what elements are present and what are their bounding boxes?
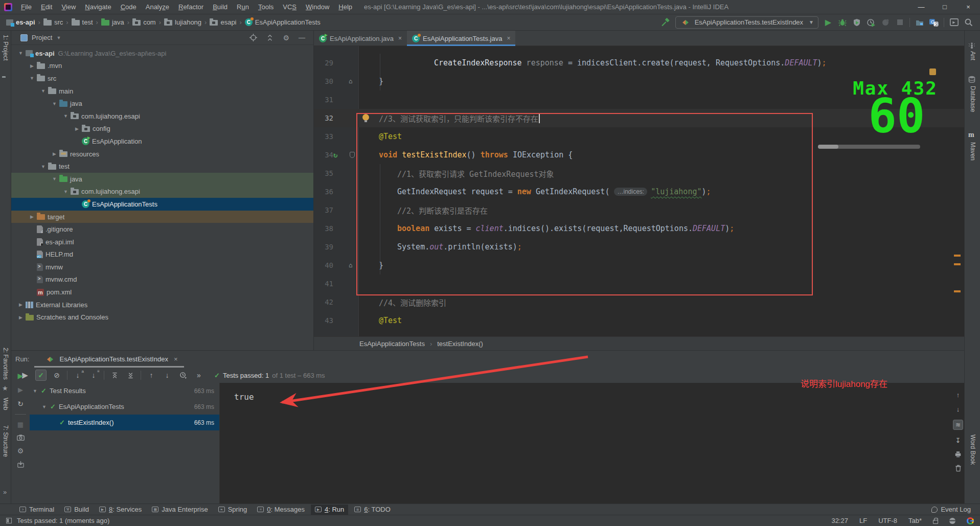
breadcrumb-item[interactable]: es-api xyxy=(5,18,36,26)
test-history-button[interactable] xyxy=(177,370,189,381)
translate-icon[interactable]: G文 xyxy=(929,18,939,27)
tool-button-terminal[interactable]: >Terminal xyxy=(15,505,58,515)
menu-build[interactable]: Build xyxy=(208,3,232,11)
debug-button[interactable] xyxy=(838,18,847,27)
clear-console-icon[interactable] xyxy=(955,465,962,472)
maximize-button[interactable]: □ xyxy=(933,0,956,14)
tree-toggle-arrow[interactable]: ▶ xyxy=(72,126,82,131)
menu-navigate[interactable]: Navigate xyxy=(80,3,116,11)
tree-item-main[interactable]: ▼main xyxy=(11,85,313,98)
menu-window[interactable]: Window xyxy=(301,3,334,11)
soft-wrap-toggle[interactable]: ≋ xyxy=(953,420,963,430)
tool-button-4-run[interactable]: ▶4: Run xyxy=(311,505,348,515)
expand-all-button[interactable] xyxy=(109,370,120,381)
tree-item-java[interactable]: ▼java xyxy=(11,173,313,186)
breadcrumb-item[interactable]: src xyxy=(42,18,64,26)
tree-item-scratches-and-consoles[interactable]: ▶Scratches and Consoles xyxy=(11,311,313,324)
changes-folder-icon[interactable] xyxy=(915,18,924,27)
tool-button-structure[interactable]: 7: Structure xyxy=(2,425,9,459)
tree-toggle-arrow[interactable]: ▼ xyxy=(61,189,71,194)
code-line-36[interactable]: 36GetIndexRequest request = new GetIndex… xyxy=(314,182,964,201)
tool-button-favorites[interactable]: 2: Favorites xyxy=(2,348,9,381)
rerun-button[interactable]: ▶ xyxy=(18,372,24,380)
tree-item-external-libraries[interactable]: ▶External Libraries xyxy=(11,299,313,311)
run-console[interactable]: true 说明索引lujiahong存在 xyxy=(219,383,952,504)
ignore-tests-toggle[interactable]: ⊘ xyxy=(51,370,62,381)
menu-code[interactable]: Code xyxy=(116,3,141,11)
highlighting-level-icon[interactable] xyxy=(949,518,955,524)
tree-toggle-arrow[interactable]: ▶ xyxy=(16,302,26,307)
tree-toggle-arrow[interactable]: ▼ xyxy=(50,101,59,106)
chevron-down-icon[interactable]: ▼ xyxy=(56,35,61,40)
tool-button-ant[interactable]: Ant xyxy=(965,51,976,62)
event-log-button[interactable]: Event Log xyxy=(931,506,971,513)
tree-item--mvn[interactable]: ▶.mvn xyxy=(11,60,313,73)
tool-button-0-messages[interactable]: ≡0: Messages xyxy=(253,505,309,515)
tree-item-test[interactable]: ▼test xyxy=(11,160,313,173)
search-everywhere-icon[interactable] xyxy=(964,18,973,27)
tree-toggle-arrow[interactable]: ▼ xyxy=(16,51,26,56)
run-anything-icon[interactable] xyxy=(949,18,959,27)
tree-item-es-api[interactable]: ▼es-apiG:\Learning Java\G_es\es-api\es-a… xyxy=(11,47,313,60)
tool-button-project[interactable]: 1: Project xyxy=(2,35,9,62)
tool-button-database[interactable]: Database xyxy=(965,86,976,113)
more-tool-windows-button[interactable]: » xyxy=(3,488,7,496)
tree-toggle-arrow[interactable]: ▼ xyxy=(61,113,71,119)
tree-item-resources[interactable]: ▶resources xyxy=(11,148,313,161)
editor-breadcrumb-item[interactable]: testExistIndex() xyxy=(437,340,483,348)
scroll-to-end-button[interactable]: ↧ xyxy=(955,437,961,444)
code-line-29[interactable]: 29CreateIndexResponse response = indices… xyxy=(314,54,964,72)
tree-item-com-lujiahong-esapi[interactable]: ▼com.lujiahong.esapi xyxy=(11,186,313,198)
tree-item-esapiapplicationtests[interactable]: EsApiApplicationTests xyxy=(11,198,313,211)
tool-button-java-enterprise[interactable]: ▦Java Enterprise xyxy=(148,505,212,515)
tree-item-mvnw[interactable]: mvnw xyxy=(11,261,313,273)
menu-refactor[interactable]: Refactor xyxy=(174,3,208,11)
menu-vcs[interactable]: VCS xyxy=(278,3,301,11)
line-separator[interactable]: LF xyxy=(859,517,867,524)
minimize-button[interactable]: — xyxy=(909,0,933,14)
readonly-lock-icon[interactable] xyxy=(933,520,938,524)
menu-run[interactable]: Run xyxy=(232,3,254,11)
run-test-gutter-icon[interactable]: ↻ xyxy=(333,146,337,164)
intention-bulb-icon[interactable] xyxy=(362,114,369,121)
collapse-all-button[interactable] xyxy=(125,370,136,381)
tree-toggle-arrow[interactable]: ▼ xyxy=(33,388,41,394)
run-button[interactable]: ▶ xyxy=(824,18,833,27)
profiler-button[interactable] xyxy=(867,18,876,27)
tool-button-spring[interactable]: ❧Spring xyxy=(214,505,252,515)
run-tab[interactable]: EsApiApplicationTests.testExistIndex × xyxy=(44,351,177,368)
scroll-to-top-button[interactable]: ↑ xyxy=(956,391,960,399)
scrollbar-warning-mark[interactable] xyxy=(954,263,961,265)
build-hammer-icon[interactable] xyxy=(661,18,670,27)
menu-edit[interactable]: Edit xyxy=(36,3,57,11)
tree-toggle-arrow[interactable]: ▼ xyxy=(27,76,37,81)
tree-item-com-lujiahong-esapi[interactable]: ▼com.lujiahong.esapi xyxy=(11,110,313,123)
breadcrumb-item[interactable]: java xyxy=(100,18,125,26)
breadcrumb-item[interactable]: test xyxy=(71,18,94,26)
tree-item-help-md[interactable]: HELP.md xyxy=(11,248,313,261)
locate-file-icon[interactable] xyxy=(249,34,257,41)
tool-window-quick-access-icon[interactable] xyxy=(6,518,12,523)
tree-item-es-api-iml[interactable]: es-api.iml xyxy=(11,236,313,248)
code-line-35[interactable]: 35//1、获取索引请求 GetIndexRequest对象 xyxy=(314,164,964,182)
tree-item-esapiapplication[interactable]: EsApiApplication xyxy=(11,135,313,148)
code-line-37[interactable]: 37//2、判断该索引是否存在 xyxy=(314,201,964,219)
tree-toggle-arrow[interactable]: ▶ xyxy=(27,214,37,219)
file-encoding[interactable]: UTF-8 xyxy=(878,517,897,524)
indent-style[interactable]: Tab* xyxy=(908,517,922,524)
tree-toggle-arrow[interactable]: ▼ xyxy=(50,176,59,181)
tool-button-wordbook[interactable]: Word Book xyxy=(965,434,976,466)
editor-breadcrumb-item[interactable]: EsApiApplicationTests xyxy=(359,340,425,348)
print-icon[interactable] xyxy=(954,451,962,458)
pin-icon[interactable]: ▦ xyxy=(17,421,24,428)
code-line-41[interactable]: 41 xyxy=(314,275,964,293)
code-line-40[interactable]: 40⌂} xyxy=(314,256,964,275)
editor-tab-esapiapplicationtests-java[interactable]: EsApiApplicationTests.java× xyxy=(407,31,515,46)
settings-gear-icon[interactable]: ⚙ xyxy=(17,447,24,455)
collapse-all-icon[interactable] xyxy=(266,34,274,41)
close-button[interactable]: × xyxy=(956,0,980,14)
code-line-43[interactable]: 43@Test xyxy=(314,311,964,330)
google-translate-status-icon[interactable] xyxy=(967,517,974,524)
inspection-indicator[interactable] xyxy=(929,68,936,75)
menu-view[interactable]: View xyxy=(57,3,80,11)
